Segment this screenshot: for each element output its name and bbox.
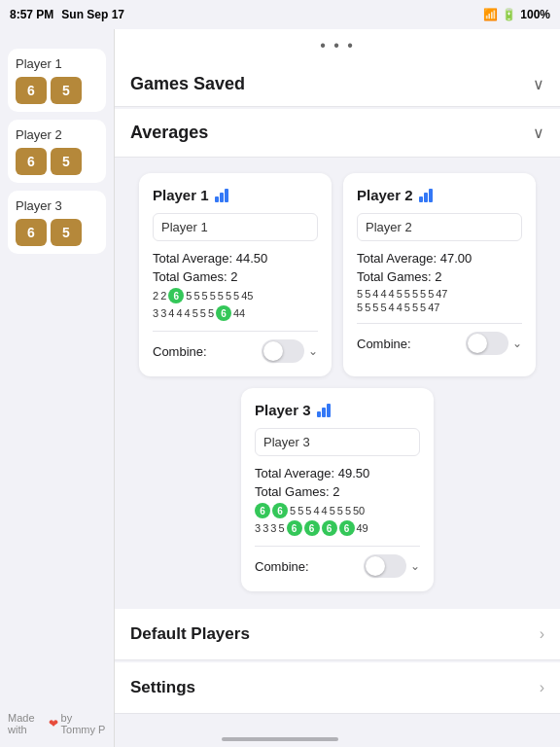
sidebar-footer: Made with ❤ by Tommy P <box>8 700 106 747</box>
sidebar-player-3[interactable]: Player 3 6 5 <box>8 191 106 254</box>
player-3-toggle-knob <box>366 556 385 576</box>
sidebar: Player 1 6 5 Player 2 6 5 Player 3 6 5 M… <box>0 0 115 747</box>
player-3-combine-label: Combine: <box>255 559 309 574</box>
player-1-chart-icon <box>215 189 228 202</box>
player-2-chart-icon <box>419 189 433 202</box>
battery-icon: 🔋 <box>502 8 516 21</box>
footer-author: by Tommy P <box>61 712 106 735</box>
home-indicator <box>222 737 338 741</box>
player-1-stat-name: Player 1 <box>153 187 209 203</box>
player-1-toggle[interactable] <box>262 339 304 363</box>
player-1-stat-header: Player 1 <box>153 187 318 203</box>
player-1-combine-chevron: ⌄ <box>308 344 318 358</box>
player-1-input[interactable] <box>153 213 318 241</box>
settings-section[interactable]: Settings › <box>115 662 560 714</box>
sidebar-player-3-name: Player 3 <box>16 198 98 213</box>
player-2-toggle[interactable] <box>466 332 508 355</box>
player-1-combine-row: Combine: ⌄ <box>153 331 318 363</box>
averages-title: Averages <box>130 123 208 143</box>
default-players-chevron: › <box>540 625 544 643</box>
player-3-total-games: Total Games: 2 <box>255 484 420 499</box>
games-saved-header[interactable]: Games Saved ∨ <box>115 62 560 107</box>
player-2-scores-row-1: 5 5 4 4 4 5 5 5 5 5 47 <box>357 288 522 300</box>
player-2-stat-name: Player 2 <box>357 187 413 203</box>
settings-title: Settings <box>130 678 195 697</box>
three-dots-menu[interactable]: • • • <box>115 29 560 62</box>
player-2-stat-header: Player 2 <box>357 187 522 203</box>
player-2-combine-chevron: ⌄ <box>512 337 522 350</box>
wifi-icon: 📶 <box>483 8 498 21</box>
player-3-chart-icon <box>317 404 331 417</box>
player-2-total-games: Total Games: 2 <box>357 269 522 284</box>
score-badge-3-2: 5 <box>51 219 82 246</box>
averages-header[interactable]: Averages ∨ <box>115 109 560 158</box>
player-1-total-games: Total Games: 2 <box>153 269 318 284</box>
player-3-combine-control[interactable]: ⌄ <box>364 554 420 578</box>
status-bar: 8:57 PM Sun Sep 17 📶 🔋 100% <box>0 0 560 29</box>
score-badge-1-1: 6 <box>16 77 47 104</box>
stats-grid: Player 1 Total Average: 44.50 Total Game… <box>115 158 560 607</box>
player-2-scores-row-2: 5 5 5 5 4 4 5 5 5 47 <box>357 302 522 313</box>
averages-chevron: ∨ <box>533 124 544 142</box>
player-3-toggle[interactable] <box>364 554 406 578</box>
footer-text: Made with <box>8 712 46 735</box>
player-1-stat-card: Player 1 Total Average: 44.50 Total Game… <box>139 173 332 376</box>
status-time: 8:57 PM <box>10 8 53 21</box>
player-1-scores-row-2: 3 3 4 4 4 5 5 5 6 44 <box>153 305 318 321</box>
status-date: Sun Sep 17 <box>61 8 124 21</box>
player-2-total-average: Total Average: 47.00 <box>357 251 522 266</box>
settings-chevron: › <box>540 679 544 696</box>
score-badge-3-1: 6 <box>16 219 47 246</box>
sidebar-player-3-scores: 6 5 <box>16 219 98 246</box>
player-3-stat-card: Player 3 Total Average: 49.50 Total Game… <box>241 388 434 591</box>
battery-percent: 100% <box>520 8 550 21</box>
player-2-toggle-knob <box>468 334 487 353</box>
player-3-total-average: Total Average: 49.50 <box>255 466 420 480</box>
sidebar-player-1[interactable]: Player 1 6 5 <box>8 49 106 112</box>
sidebar-player-1-name: Player 1 <box>16 56 98 71</box>
sidebar-player-2-name: Player 2 <box>16 127 98 142</box>
main-content: • • • Games Saved ∨ Averages ∨ Player 1 … <box>115 0 560 747</box>
games-saved-title: Games Saved <box>130 74 245 94</box>
player-1-combine-control[interactable]: ⌄ <box>262 339 318 363</box>
score-badge-2-2: 5 <box>51 148 82 175</box>
player-3-input[interactable] <box>255 428 420 456</box>
player-2-input[interactable] <box>357 213 522 241</box>
player-1-toggle-knob <box>263 341 283 361</box>
status-icons: 📶 🔋 100% <box>483 8 550 21</box>
player-3-scores-row-1: 6 6 5 5 5 4 4 5 5 5 50 <box>255 503 420 518</box>
sidebar-player-2-scores: 6 5 <box>16 148 98 175</box>
player-2-combine-label: Combine: <box>357 337 411 351</box>
player-1-combine-label: Combine: <box>153 344 207 359</box>
default-players-section[interactable]: Default Players › <box>115 609 560 660</box>
player-3-scores-row-2: 3 3 3 5 6 6 6 6 49 <box>255 520 420 536</box>
heart-icon: ❤ <box>49 717 58 730</box>
default-players-title: Default Players <box>130 624 250 644</box>
player-2-stat-card: Player 2 Total Average: 47.00 Total Game… <box>343 173 536 376</box>
player-3-stat-header: Player 3 <box>255 402 420 418</box>
sidebar-player-2[interactable]: Player 2 6 5 <box>8 120 106 183</box>
player-2-combine-control[interactable]: ⌄ <box>466 332 522 355</box>
player-3-combine-row: Combine: ⌄ <box>255 546 420 578</box>
sidebar-player-1-scores: 6 5 <box>16 77 98 104</box>
player-1-scores-row-1: 2 2 6 5 5 5 5 5 5 5 45 <box>153 288 318 303</box>
player-3-combine-chevron: ⌄ <box>410 559 420 573</box>
player-2-combine-row: Combine: ⌄ <box>357 323 522 355</box>
score-badge-2-1: 6 <box>16 148 47 175</box>
player-3-stat-name: Player 3 <box>255 402 311 418</box>
score-badge-1-2: 5 <box>51 77 82 104</box>
player-1-total-average: Total Average: 44.50 <box>153 251 318 266</box>
games-saved-chevron: ∨ <box>533 75 544 93</box>
